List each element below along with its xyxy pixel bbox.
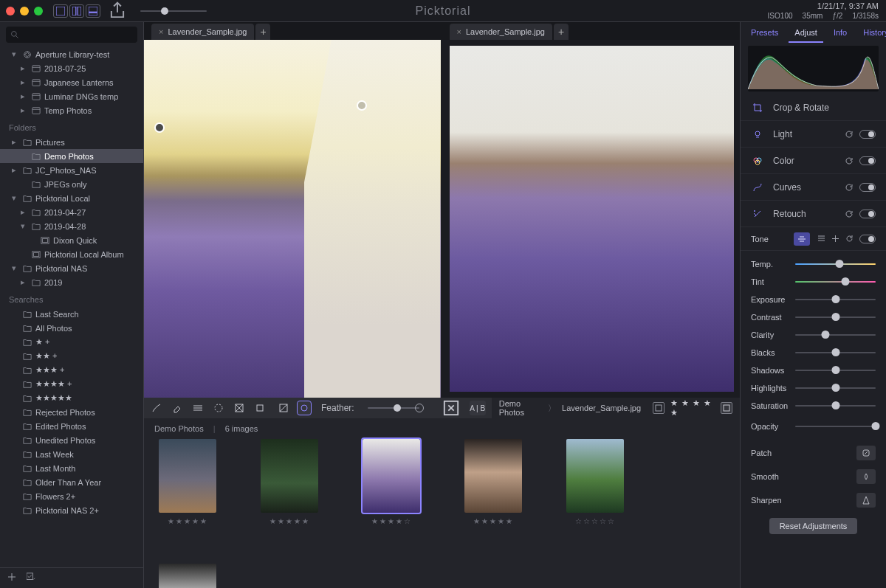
tree-item[interactable]: ▾2019-04-28 <box>0 219 143 233</box>
thumb[interactable]: ☆☆☆☆☆ <box>154 564 221 588</box>
toggle[interactable] <box>859 183 876 192</box>
thumb-selected[interactable]: ★★★★☆ <box>358 439 425 525</box>
linear-grad-tool[interactable] <box>191 401 205 415</box>
invert-mask[interactable] <box>277 401 290 415</box>
slider-track[interactable] <box>795 352 876 353</box>
breadcrumb-root[interactable]: Demo Photos <box>499 399 542 417</box>
reset-icon[interactable] <box>845 156 854 165</box>
zoom-window[interactable] <box>34 7 43 15</box>
layout-strip-button[interactable] <box>86 4 100 18</box>
slider-contrast[interactable]: Contrast <box>751 308 876 326</box>
tree-item[interactable]: ▾Picktorial NAS <box>0 261 143 275</box>
slider-track[interactable] <box>795 317 876 318</box>
sharpen-button[interactable] <box>856 493 876 508</box>
tree-item[interactable]: ▸2019-04-27 <box>0 205 143 219</box>
tree-item[interactable]: Picktorial Local Album <box>0 247 143 261</box>
close-window[interactable] <box>6 7 15 15</box>
section-light[interactable]: Light <box>741 121 886 148</box>
add-tab-left[interactable]: + <box>255 24 270 40</box>
mask-point[interactable] <box>357 100 367 111</box>
layout-single-button[interactable] <box>53 4 68 18</box>
fit-button-b[interactable] <box>721 402 732 414</box>
search-item[interactable]: Flowers 2+ <box>0 489 143 503</box>
close-icon[interactable]: × <box>457 27 461 36</box>
tree-item[interactable]: ▾Aperture Library-test <box>0 47 143 61</box>
slider-highlights[interactable]: Highlights <box>751 379 876 397</box>
thumb[interactable]: ☆☆☆☆☆ <box>562 439 628 525</box>
search-item[interactable]: ★★★★ + <box>0 377 143 391</box>
smooth-button[interactable] <box>856 469 876 484</box>
rating-stars[interactable]: ★ ★ ★ ★ ★ <box>670 398 715 418</box>
toggle[interactable] <box>859 235 876 243</box>
pattern-tool[interactable] <box>233 401 246 415</box>
tree-item[interactable]: ▸JC_Photos_NAS <box>0 163 143 177</box>
viewer-b[interactable] <box>444 40 741 398</box>
slider-track[interactable] <box>795 405 876 407</box>
close-icon[interactable]: × <box>159 27 163 36</box>
panel-tab-info[interactable]: Info <box>828 24 853 43</box>
thumb[interactable]: ★★★★★ <box>460 439 526 525</box>
search-input[interactable] <box>6 27 137 43</box>
search-item[interactable]: Unedited Photos <box>0 433 143 447</box>
thumb[interactable]: ★★★★★ <box>154 439 221 525</box>
flag-button[interactable] <box>653 402 664 414</box>
reset-adjustments-button[interactable]: Reset Adjustments <box>769 518 858 534</box>
patch-button[interactable] <box>856 446 876 460</box>
reset-icon[interactable] <box>845 130 854 139</box>
slider-track[interactable] <box>795 263 876 265</box>
tree-item[interactable]: ▾Picktorial Local <box>0 191 143 205</box>
toggle[interactable] <box>859 156 876 165</box>
slider-blacks[interactable]: Blacks <box>751 344 876 362</box>
panel-tab-adjust[interactable]: Adjust <box>789 24 823 43</box>
reset-icon[interactable] <box>845 235 854 243</box>
section-crop[interactable]: Crop & Rotate <box>741 94 886 121</box>
thumb[interactable]: ★★★★★ <box>256 439 323 525</box>
breadcrumb-file[interactable]: Lavender_Sample.jpg <box>562 404 641 412</box>
zoom-slider[interactable] <box>140 10 207 12</box>
add-tab-right[interactable]: + <box>554 24 569 40</box>
tree-item[interactable]: ▸Temp Photos <box>0 103 143 117</box>
tab-right[interactable]: ×Lavender_Sample.jpg <box>450 24 552 40</box>
tree-item[interactable]: ▸Pictures <box>0 135 143 149</box>
check-menu[interactable] <box>27 573 35 584</box>
layout-split-button[interactable] <box>69 4 84 18</box>
tree-item[interactable]: ▸Japanese Lanterns <box>0 75 143 89</box>
toggle[interactable] <box>859 130 876 139</box>
slider-track[interactable] <box>795 370 876 371</box>
search-item[interactable]: Last Week <box>0 447 143 461</box>
list-icon[interactable] <box>817 235 825 243</box>
tree-item[interactable]: Dixon Quick <box>0 233 143 247</box>
slider-track[interactable] <box>795 334 876 336</box>
radial-grad-tool[interactable] <box>212 401 225 415</box>
tree-item[interactable]: ▸2018-07-25 <box>0 61 143 75</box>
minimize-window[interactable] <box>20 7 29 15</box>
search-item[interactable]: ★★★ + <box>0 363 143 377</box>
slider-track[interactable] <box>795 299 876 300</box>
search-item[interactable]: Rejected Photos <box>0 405 143 419</box>
section-color[interactable]: Color <box>741 148 886 174</box>
slider-tint[interactable]: Tint <box>751 273 876 291</box>
slider-track[interactable] <box>795 281 876 283</box>
search-item[interactable]: Last Month <box>0 461 143 475</box>
tree-item[interactable]: JPEGs only <box>0 177 143 191</box>
compare-ab-button[interactable]: A | B <box>470 401 486 415</box>
opacity-slider[interactable] <box>795 426 876 427</box>
viewer-a[interactable] <box>144 40 441 398</box>
show-mask[interactable] <box>298 401 311 415</box>
slider-temp[interactable]: Temp. <box>751 255 876 273</box>
slider-clarity[interactable]: Clarity <box>751 326 876 344</box>
fit-button[interactable] <box>443 401 459 415</box>
search-item[interactable]: Picktorial NAS 2+ <box>0 503 143 517</box>
search-item[interactable]: All Photos <box>0 321 143 335</box>
feather-slider[interactable] <box>368 407 419 409</box>
search-item[interactable]: Last Search <box>0 307 143 321</box>
share-button[interactable] <box>108 4 127 18</box>
tree-item[interactable]: ▸Luminar DNGs temp <box>0 89 143 103</box>
search-item[interactable]: ★★ + <box>0 349 143 363</box>
slider-exposure[interactable]: Exposure <box>751 291 876 308</box>
slider-saturation[interactable]: Saturation <box>751 397 876 415</box>
mask-point[interactable] <box>154 122 165 133</box>
panel-tab-presets[interactable]: Presets <box>745 24 784 43</box>
tree-item[interactable]: Demo Photos <box>0 149 143 163</box>
panel-tab-history[interactable]: History <box>857 24 886 43</box>
